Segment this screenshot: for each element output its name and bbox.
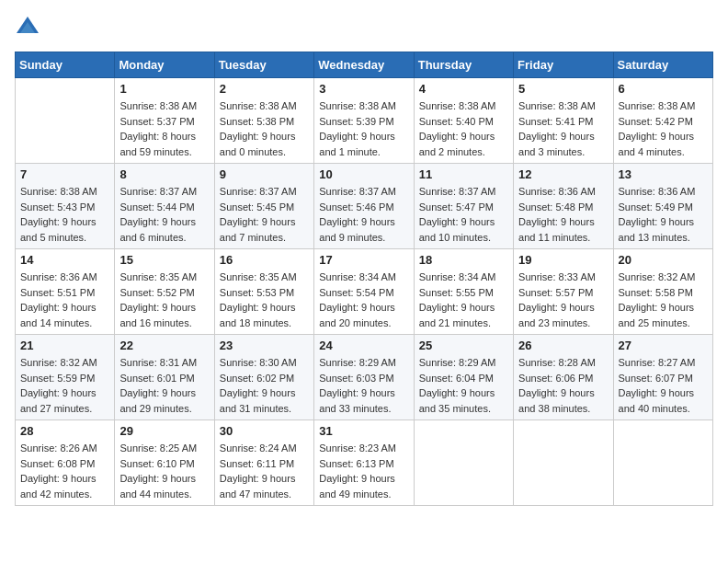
daylight-text: Daylight: 9 hours and 33 minutes. <box>319 387 395 414</box>
day-detail: Sunrise: 8:35 AM Sunset: 5:52 PM Dayligh… <box>119 270 209 330</box>
page-header <box>15 15 713 40</box>
sunset-text: Sunset: 5:52 PM <box>119 287 194 298</box>
calendar-cell: 9 Sunrise: 8:37 AM Sunset: 5:45 PM Dayli… <box>214 164 313 249</box>
calendar-cell <box>613 420 712 506</box>
daylight-text: Daylight: 9 hours and 49 minutes. <box>319 473 395 500</box>
calendar-cell: 4 Sunrise: 8:38 AM Sunset: 5:40 PM Dayli… <box>414 78 513 164</box>
calendar-cell <box>514 420 613 506</box>
calendar-cell: 21 Sunrise: 8:32 AM Sunset: 5:59 PM Dayl… <box>16 335 115 420</box>
sunrise-text: Sunrise: 8:33 AM <box>518 271 596 282</box>
day-number: 30 <box>220 424 309 438</box>
sunrise-text: Sunrise: 8:24 AM <box>220 442 297 454</box>
day-detail: Sunrise: 8:37 AM Sunset: 5:45 PM Dayligh… <box>220 184 309 245</box>
daylight-text: Daylight: 9 hours and 2 minutes. <box>419 131 495 157</box>
daylight-text: Daylight: 9 hours and 35 minutes. <box>419 387 495 414</box>
daylight-text: Daylight: 9 hours and 21 minutes. <box>419 302 495 328</box>
day-number: 4 <box>419 82 508 96</box>
day-detail: Sunrise: 8:36 AM Sunset: 5:48 PM Dayligh… <box>518 184 608 245</box>
calendar-week-row: 7 Sunrise: 8:38 AM Sunset: 5:43 PM Dayli… <box>16 164 713 249</box>
day-number: 10 <box>319 167 408 181</box>
day-number: 29 <box>119 424 209 438</box>
sunset-text: Sunset: 5:38 PM <box>220 116 294 127</box>
daylight-text: Daylight: 9 hours and 4 minutes. <box>619 131 695 157</box>
day-detail: Sunrise: 8:38 AM Sunset: 5:43 PM Dayligh… <box>20 184 109 245</box>
day-detail: Sunrise: 8:32 AM Sunset: 5:59 PM Dayligh… <box>20 355 109 416</box>
logo <box>15 15 44 40</box>
calendar-cell: 1 Sunrise: 8:38 AM Sunset: 5:37 PM Dayli… <box>115 78 214 164</box>
calendar-cell: 29 Sunrise: 8:25 AM Sunset: 6:10 PM Dayl… <box>115 420 214 506</box>
day-detail: Sunrise: 8:24 AM Sunset: 6:11 PM Dayligh… <box>220 441 309 501</box>
calendar-cell: 13 Sunrise: 8:36 AM Sunset: 5:49 PM Dayl… <box>613 164 712 249</box>
day-number: 20 <box>619 253 708 267</box>
daylight-text: Daylight: 9 hours and 11 minutes. <box>518 216 595 243</box>
daylight-text: Daylight: 9 hours and 20 minutes. <box>319 302 395 328</box>
weekday-header-cell: Tuesday <box>214 52 313 78</box>
daylight-text: Daylight: 9 hours and 1 minute. <box>319 131 395 157</box>
daylight-text: Daylight: 9 hours and 3 minutes. <box>518 131 595 157</box>
sunset-text: Sunset: 6:02 PM <box>220 373 294 384</box>
day-detail: Sunrise: 8:31 AM Sunset: 6:01 PM Dayligh… <box>119 355 209 416</box>
sunrise-text: Sunrise: 8:38 AM <box>518 100 596 111</box>
calendar-cell: 23 Sunrise: 8:30 AM Sunset: 6:02 PM Dayl… <box>214 335 313 420</box>
day-detail: Sunrise: 8:30 AM Sunset: 6:02 PM Dayligh… <box>220 355 309 416</box>
day-detail: Sunrise: 8:38 AM Sunset: 5:37 PM Dayligh… <box>119 98 209 159</box>
day-number: 7 <box>20 167 109 181</box>
day-detail: Sunrise: 8:32 AM Sunset: 5:58 PM Dayligh… <box>619 270 708 330</box>
sunset-text: Sunset: 5:59 PM <box>20 373 95 384</box>
day-number: 11 <box>419 167 508 181</box>
sunset-text: Sunset: 5:42 PM <box>619 116 693 127</box>
daylight-text: Daylight: 9 hours and 29 minutes. <box>119 387 196 414</box>
sunset-text: Sunset: 5:48 PM <box>518 201 593 213</box>
sunset-text: Sunset: 6:04 PM <box>419 373 494 384</box>
sunrise-text: Sunrise: 8:26 AM <box>20 442 97 454</box>
day-number: 26 <box>518 339 608 352</box>
day-detail: Sunrise: 8:38 AM Sunset: 5:40 PM Dayligh… <box>419 98 508 159</box>
day-detail: Sunrise: 8:29 AM Sunset: 6:04 PM Dayligh… <box>419 355 508 416</box>
daylight-text: Daylight: 9 hours and 44 minutes. <box>119 473 196 500</box>
sunrise-text: Sunrise: 8:37 AM <box>220 186 297 197</box>
calendar-table: SundayMondayTuesdayWednesdayThursdayFrid… <box>15 52 713 506</box>
day-number: 24 <box>319 339 408 352</box>
day-detail: Sunrise: 8:23 AM Sunset: 6:13 PM Dayligh… <box>319 441 408 501</box>
calendar-cell: 27 Sunrise: 8:27 AM Sunset: 6:07 PM Dayl… <box>613 335 712 420</box>
day-number: 5 <box>518 82 608 96</box>
weekday-header-cell: Thursday <box>414 52 513 78</box>
calendar-cell: 14 Sunrise: 8:36 AM Sunset: 5:51 PM Dayl… <box>16 249 115 335</box>
calendar-cell: 22 Sunrise: 8:31 AM Sunset: 6:01 PM Dayl… <box>115 335 214 420</box>
day-detail: Sunrise: 8:37 AM Sunset: 5:47 PM Dayligh… <box>419 184 508 245</box>
day-number: 3 <box>319 82 408 96</box>
calendar-cell: 6 Sunrise: 8:38 AM Sunset: 5:42 PM Dayli… <box>613 78 712 164</box>
daylight-text: Daylight: 9 hours and 47 minutes. <box>220 473 296 500</box>
sunrise-text: Sunrise: 8:25 AM <box>119 442 197 454</box>
daylight-text: Daylight: 9 hours and 27 minutes. <box>20 387 97 414</box>
sunrise-text: Sunrise: 8:38 AM <box>119 100 197 111</box>
calendar-cell: 26 Sunrise: 8:28 AM Sunset: 6:06 PM Dayl… <box>514 335 613 420</box>
sunset-text: Sunset: 5:40 PM <box>419 116 494 127</box>
sunrise-text: Sunrise: 8:38 AM <box>220 100 297 111</box>
weekday-header-cell: Saturday <box>613 52 712 78</box>
sunset-text: Sunset: 6:11 PM <box>220 458 294 469</box>
day-detail: Sunrise: 8:25 AM Sunset: 6:10 PM Dayligh… <box>119 441 209 501</box>
sunset-text: Sunset: 5:54 PM <box>319 287 393 298</box>
sunrise-text: Sunrise: 8:27 AM <box>619 357 696 368</box>
sunset-text: Sunset: 6:10 PM <box>119 458 194 469</box>
day-number: 31 <box>319 424 408 438</box>
sunset-text: Sunset: 6:03 PM <box>319 373 393 384</box>
calendar-cell: 18 Sunrise: 8:34 AM Sunset: 5:55 PM Dayl… <box>414 249 513 335</box>
sunset-text: Sunset: 5:46 PM <box>319 201 393 213</box>
day-number: 28 <box>20 424 109 438</box>
calendar-week-row: 28 Sunrise: 8:26 AM Sunset: 6:08 PM Dayl… <box>16 420 713 506</box>
calendar-cell: 3 Sunrise: 8:38 AM Sunset: 5:39 PM Dayli… <box>314 78 414 164</box>
day-detail: Sunrise: 8:36 AM Sunset: 5:51 PM Dayligh… <box>20 270 109 330</box>
sunset-text: Sunset: 5:45 PM <box>220 201 294 213</box>
calendar-cell: 25 Sunrise: 8:29 AM Sunset: 6:04 PM Dayl… <box>414 335 513 420</box>
sunrise-text: Sunrise: 8:32 AM <box>20 357 97 368</box>
sunset-text: Sunset: 5:44 PM <box>119 201 194 213</box>
calendar-cell <box>414 420 513 506</box>
calendar-cell: 31 Sunrise: 8:23 AM Sunset: 6:13 PM Dayl… <box>314 420 414 506</box>
calendar-cell: 7 Sunrise: 8:38 AM Sunset: 5:43 PM Dayli… <box>16 164 115 249</box>
day-number: 18 <box>419 253 508 267</box>
daylight-text: Daylight: 9 hours and 40 minutes. <box>619 387 695 414</box>
day-detail: Sunrise: 8:37 AM Sunset: 5:44 PM Dayligh… <box>119 184 209 245</box>
calendar-cell: 2 Sunrise: 8:38 AM Sunset: 5:38 PM Dayli… <box>214 78 313 164</box>
